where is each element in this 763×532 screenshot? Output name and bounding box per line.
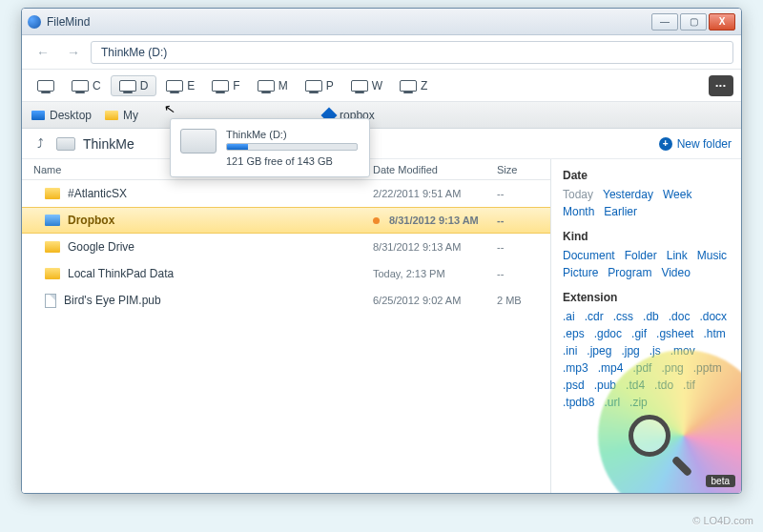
desktop-drive-button[interactable] xyxy=(30,77,62,94)
breadcrumb-row: Desktop My ropbox xyxy=(22,102,741,129)
filter-ext[interactable]: .htm xyxy=(703,327,725,340)
filter-ext[interactable]: .css xyxy=(613,310,633,323)
file-rows: #AtlanticSX 2/22/2011 9:51 AM -- Dropbox… xyxy=(22,180,550,493)
magnifier-icon xyxy=(629,415,688,474)
file-row[interactable]: #AtlanticSX 2/22/2011 9:51 AM -- xyxy=(22,180,550,207)
up-button[interactable]: ⤴ xyxy=(31,135,49,153)
filter-week[interactable]: Week xyxy=(663,188,691,201)
filter-ext[interactable]: .psd xyxy=(563,379,585,392)
filter-music[interactable]: Music xyxy=(697,249,727,262)
filter-ext[interactable]: .cdr xyxy=(585,310,604,323)
file-icon xyxy=(45,294,56,308)
filter-document[interactable]: Document xyxy=(563,249,615,262)
cursor-icon: ↖ xyxy=(163,100,177,117)
hdd-icon xyxy=(180,129,217,153)
window-title: FileMind xyxy=(47,15,90,29)
filter-program[interactable]: Program xyxy=(608,266,651,279)
drive-icon xyxy=(56,137,75,151)
extension-heading: Extension xyxy=(563,291,730,304)
monitor-icon xyxy=(37,80,54,92)
filter-ext[interactable]: .gif xyxy=(631,327,647,340)
location-row: ⤴ ThinkMe +New folder xyxy=(22,129,741,159)
space-bar xyxy=(226,143,358,151)
col-size[interactable]: Size xyxy=(497,164,550,175)
file-list-pane: Name▲ Date Modified Size #AtlanticSX 2/2… xyxy=(22,159,550,493)
watermark: © LO4D.com xyxy=(692,515,753,526)
dropbox-folder-icon xyxy=(45,215,60,226)
drive-icon xyxy=(258,80,275,92)
filter-ext[interactable]: .doc xyxy=(669,310,691,323)
filter-yesterday[interactable]: Yesterday xyxy=(603,188,653,201)
filter-ext[interactable]: .ai xyxy=(563,310,575,323)
drive-e[interactable]: E xyxy=(158,76,202,95)
filter-picture[interactable]: Picture xyxy=(563,266,598,279)
app-window: FileMind — ▢ X ← → ThinkMe (D:) C D E F … xyxy=(21,8,742,494)
drives-row: C D E F M P W Z ••• xyxy=(22,70,741,102)
minimize-button[interactable]: — xyxy=(651,13,678,31)
filter-link[interactable]: Link xyxy=(667,249,688,262)
beta-badge: beta xyxy=(706,475,735,487)
feedback-button[interactable]: ••• xyxy=(709,75,733,96)
drive-z[interactable]: Z xyxy=(392,76,435,95)
close-button[interactable]: X xyxy=(709,13,735,31)
location-name: ThinkMe xyxy=(83,136,134,152)
col-date[interactable]: Date Modified xyxy=(373,164,497,175)
filter-earlier[interactable]: Earlier xyxy=(604,205,637,218)
filter-ext[interactable]: .jpg xyxy=(621,344,639,358)
drive-p[interactable]: P xyxy=(298,76,341,95)
kind-filters: Document Folder Link Music Picture Progr… xyxy=(563,249,730,279)
drive-icon xyxy=(400,80,417,92)
file-row[interactable]: Google Drive 8/31/2012 9:13 AM -- xyxy=(22,234,550,260)
sync-dot-icon xyxy=(373,217,380,224)
breadcrumb-desktop[interactable]: Desktop xyxy=(31,109,92,122)
drive-icon xyxy=(305,80,322,92)
tooltip-free: 121 GB free of 143 GB xyxy=(226,155,358,167)
filter-ext[interactable]: .eps xyxy=(563,327,585,340)
breadcrumb-mycomputer[interactable]: My xyxy=(105,109,138,122)
forward-button[interactable]: → xyxy=(60,40,87,65)
tooltip-title: ThinkMe (D:) xyxy=(226,129,358,140)
main-area: Name▲ Date Modified Size #AtlanticSX 2/2… xyxy=(22,159,741,493)
drive-icon xyxy=(119,80,136,92)
filter-ext[interactable]: .ini xyxy=(563,344,577,358)
drive-icon xyxy=(351,80,368,92)
titlebar[interactable]: FileMind — ▢ X xyxy=(22,9,741,35)
drive-w[interactable]: W xyxy=(343,76,390,95)
back-button[interactable]: ← xyxy=(30,40,56,65)
drive-d[interactable]: D xyxy=(111,75,157,96)
filter-sidebar: Date Today Yesterday Week Month Earlier … xyxy=(550,159,741,493)
drive-m[interactable]: M xyxy=(250,76,296,95)
filter-ext[interactable]: .docx xyxy=(699,310,727,323)
file-row[interactable]: Local ThinkPad Data Today, 2:13 PM -- xyxy=(22,260,550,287)
kind-heading: Kind xyxy=(563,230,730,243)
filter-ext[interactable]: .tpdb8 xyxy=(563,396,594,409)
filter-today[interactable]: Today xyxy=(563,188,593,201)
date-heading: Date xyxy=(563,169,730,182)
app-icon xyxy=(28,15,41,29)
filter-ext[interactable]: .mp3 xyxy=(563,361,588,375)
file-row-selected[interactable]: Dropbox 8/31/2012 9:13 AM -- xyxy=(22,207,550,234)
folder-icon xyxy=(105,111,118,120)
desktop-icon xyxy=(31,111,45,120)
filter-ext[interactable]: .gdoc xyxy=(594,327,622,340)
filter-ext[interactable]: .gsheet xyxy=(656,327,693,340)
address-bar[interactable]: ThinkMe (D:) xyxy=(91,41,733,64)
date-filters: Today Yesterday Week Month Earlier xyxy=(563,188,730,218)
filter-ext[interactable]: .mp4 xyxy=(598,361,624,375)
address-text: ThinkMe (D:) xyxy=(101,46,167,59)
new-folder-button[interactable]: +New folder xyxy=(659,137,732,151)
filter-ext[interactable]: .jpeg xyxy=(587,344,611,358)
filter-ext[interactable]: .db xyxy=(643,310,659,323)
file-row[interactable]: Bird's Eye PIM.pub 6/25/2012 9:02 AM 2 M… xyxy=(22,287,550,314)
drive-icon xyxy=(72,80,89,92)
filter-video[interactable]: Video xyxy=(661,266,690,279)
maximize-button[interactable]: ▢ xyxy=(680,13,707,31)
filter-folder[interactable]: Folder xyxy=(625,249,657,262)
drive-c[interactable]: C xyxy=(64,76,109,95)
drive-icon xyxy=(166,80,183,92)
folder-icon xyxy=(45,188,60,199)
drive-f[interactable]: F xyxy=(204,76,247,95)
drive-icon xyxy=(212,80,229,92)
filter-month[interactable]: Month xyxy=(563,205,594,218)
folder-icon xyxy=(45,241,60,253)
